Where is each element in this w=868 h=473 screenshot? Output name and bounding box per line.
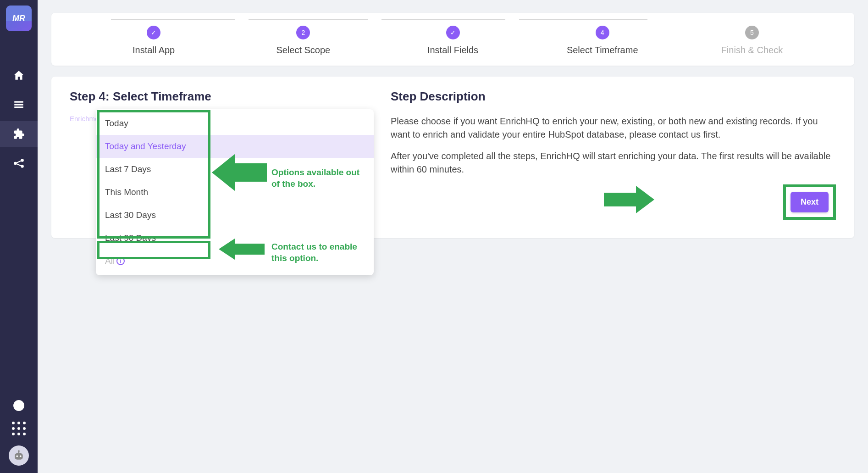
desc-paragraph-2: After you've completed all the steps, En… — [391, 150, 836, 176]
nav-menu[interactable] — [0, 92, 38, 117]
nav-apps[interactable] — [0, 422, 38, 435]
info-icon: i — [116, 257, 125, 265]
grid-icon — [12, 422, 26, 435]
step-dot: 4 — [596, 26, 609, 39]
step-dot: ✓ — [147, 26, 160, 39]
nav-integrations[interactable] — [0, 121, 38, 147]
svg-point-6 — [16, 455, 18, 457]
desc-title: Step Description — [391, 89, 836, 104]
svg-point-4 — [18, 407, 19, 408]
option-label: All — [105, 256, 115, 266]
timeframe-option-last-7[interactable]: Last 7 Days — [96, 158, 374, 181]
step-label: Finish & Check — [721, 45, 783, 56]
app-logo[interactable]: MR — [6, 6, 32, 31]
nav-help[interactable] — [0, 400, 38, 412]
timeframe-option-all: All i — [96, 250, 374, 273]
svg-point-1 — [21, 159, 24, 162]
timeframe-option-this-month[interactable]: This Month — [96, 181, 374, 204]
help-icon — [13, 400, 25, 412]
next-button[interactable]: Next — [791, 192, 829, 212]
timeframe-option-today[interactable]: Today — [96, 112, 374, 135]
nav-home[interactable] — [0, 62, 38, 88]
timeframe-option-last-30[interactable]: Last 30 Days — [96, 204, 374, 227]
step-label: Select Scope — [276, 45, 330, 56]
sidebar: MR — [0, 0, 38, 473]
logo-text: MR — [12, 14, 25, 23]
step-select-timeframe[interactable]: 4 Select Timeframe — [528, 26, 677, 56]
timeframe-option-last-90[interactable]: Last 90 Days — [96, 227, 374, 250]
step-install-app[interactable]: ✓ Install App — [79, 26, 228, 56]
nav-flow[interactable] — [0, 150, 38, 176]
svg-point-9 — [18, 450, 20, 452]
step-finish-check[interactable]: 5 Finish & Check — [677, 26, 827, 56]
step-dot: ✓ — [446, 26, 460, 39]
menu-icon — [13, 99, 25, 111]
user-avatar[interactable] — [9, 445, 29, 466]
timeframe-option-today-yesterday[interactable]: Today and Yesterday — [96, 135, 374, 158]
main-content: ✓ Install App 2 Select Scope ✓ Install F… — [38, 0, 868, 473]
svg-point-7 — [20, 455, 22, 457]
step-dot: 5 — [745, 26, 759, 39]
svg-point-2 — [21, 165, 24, 168]
step-label: Install Fields — [427, 45, 478, 56]
svg-point-0 — [14, 162, 17, 165]
svg-rect-5 — [15, 453, 23, 460]
home-icon — [13, 69, 25, 81]
step-install-fields[interactable]: ✓ Install Fields — [378, 26, 527, 56]
puzzle-icon — [13, 128, 25, 140]
annotation-highlight-next: Next — [783, 184, 836, 220]
stepper: ✓ Install App 2 Select Scope ✓ Install F… — [51, 13, 854, 66]
step-label: Select Timeframe — [567, 45, 638, 56]
desc-paragraph-1: Please choose if you want EnrichHQ to en… — [391, 115, 836, 141]
robot-icon — [12, 449, 26, 462]
nodes-icon — [13, 157, 25, 169]
step-dot: 2 — [296, 26, 310, 39]
step-label: Install App — [133, 45, 175, 56]
step-select-scope[interactable]: 2 Select Scope — [228, 26, 378, 56]
timeframe-dropdown[interactable]: Today Today and Yesterday Last 7 Days Th… — [96, 109, 374, 275]
step-title: Step 4: Select Timeframe — [70, 89, 354, 104]
